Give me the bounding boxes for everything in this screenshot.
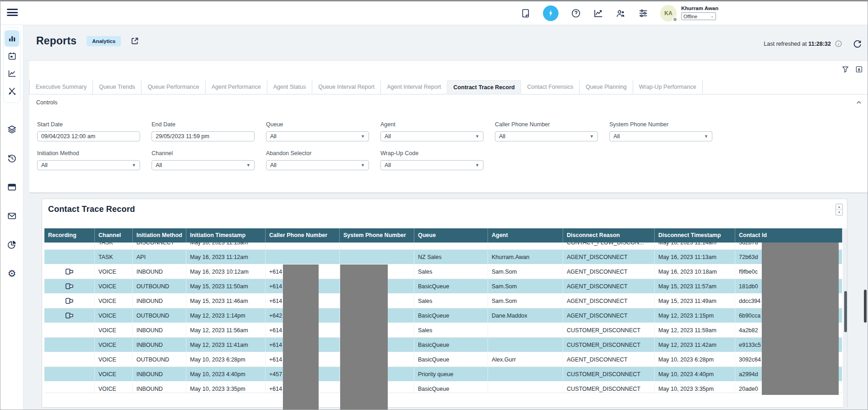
filter-label: Caller Phone Number	[495, 121, 598, 128]
filter-label: Abandon Selector	[266, 150, 369, 156]
column-header-contact-id[interactable]: Contact Id	[735, 228, 842, 243]
sidebar-item-calendar[interactable]	[5, 48, 19, 64]
settings-sliders-icon[interactable]	[638, 8, 648, 18]
table-row[interactable]: TASKAPIMay 16, 2023 11:12amNZ SalesKhurr…	[44, 250, 842, 264]
flash-icon[interactable]	[543, 5, 559, 21]
cell-initiation-method: INBOUND	[133, 382, 186, 393]
cell-disconnect-reason: AGENT_DISCONNECT	[563, 294, 655, 308]
table-row[interactable]: VOICEOUTBOUNDMay 10, 2023 6:28pm+614+612…	[44, 352, 842, 367]
tab-contact-forensics[interactable]: Contact Forensics	[521, 80, 579, 94]
card-title: Contact Trace Record	[48, 205, 135, 214]
dropdown-caller-phone-number[interactable]: All▼	[495, 131, 598, 141]
tab-executive-summary[interactable]: Executive Summary	[29, 80, 92, 94]
tab-agent-status[interactable]: Agent Status	[267, 80, 312, 94]
table-scrollbar[interactable]	[843, 228, 847, 408]
cell-disconnect-reason: CUSTOMER_DISCONNECT	[563, 338, 655, 352]
status-select[interactable]: Offline ⌄	[681, 12, 716, 20]
dropdown-agent[interactable]: All▼	[380, 131, 483, 141]
tab-queue-performance[interactable]: Queue Performance	[141, 80, 205, 94]
column-header-caller-phone-number[interactable]: Caller Phone Number	[266, 228, 340, 243]
bar-chart-icon	[7, 34, 17, 43]
column-header-channel[interactable]: Channel	[95, 228, 133, 243]
table-row[interactable]: VOICEINBOUNDMay 15, 2023 11:46am+614+612…	[44, 294, 842, 308]
main-content: Executive SummaryQueue TrendsQueue Perfo…	[23, 61, 868, 410]
dropdown-initiation-method[interactable]: All▼	[37, 160, 140, 170]
table-row[interactable]: VOICEOUTBOUNDMay 12, 2023 1:14pm+642+612…	[44, 308, 842, 323]
status-dot	[673, 17, 678, 22]
cell-queue: NZ Sales	[414, 250, 488, 264]
tab-wrap-up-performance[interactable]: Wrap-Up Performance	[633, 80, 703, 94]
table-row[interactable]: VOICEINBOUNDMay 12, 2023 11:56am+614+612…	[44, 323, 842, 338]
dropdown-queue[interactable]: All▼	[266, 131, 369, 141]
redaction-box-system-phone	[340, 264, 388, 410]
sidebar-item-reports[interactable]	[5, 30, 19, 47]
users-icon[interactable]	[616, 8, 626, 18]
column-header-queue[interactable]: Queue	[414, 228, 488, 243]
sidebar-item-window[interactable]	[5, 179, 19, 195]
recording-icon[interactable]	[48, 264, 91, 279]
table-row[interactable]: VOICEINBOUNDMay 12, 2023 11:41am+614+612…	[44, 338, 842, 352]
tab-queue-interval-report[interactable]: Queue Interval Report	[312, 80, 380, 94]
dropdown-wrap-up-code[interactable]: All▼	[380, 160, 483, 170]
sidebar-item-settings[interactable]: ⚙	[5, 265, 19, 282]
recording-icon[interactable]	[48, 294, 91, 308]
cell-initiation-method: OUTBOUND	[133, 352, 186, 367]
info-icon[interactable]	[835, 40, 842, 48]
page-scrollbar-thumb[interactable]	[864, 290, 867, 323]
filter-caller-phone-number: Caller Phone NumberAll▼	[495, 121, 598, 141]
notes-icon[interactable]	[521, 8, 531, 18]
sidebar-item-pie-chart[interactable]	[5, 237, 19, 253]
filter-label: End Date	[152, 121, 255, 128]
cell-channel: VOICE	[95, 338, 133, 352]
column-header-disconnect-reason[interactable]: Disconnect Reason	[563, 228, 655, 243]
stepper-down-icon[interactable]: ▼	[836, 210, 842, 215]
dropdown-abandon-selector[interactable]: All▼	[266, 160, 369, 170]
tab-queue-planning[interactable]: Queue Planning	[579, 80, 633, 94]
external-link-icon[interactable]	[130, 36, 140, 46]
chevron-down-icon: ▼	[361, 163, 365, 167]
table-row[interactable]: VOICEINBOUNDMay 10, 2023 4:40pm+457+612P…	[44, 367, 842, 382]
help-icon[interactable]	[571, 8, 581, 18]
tab-agent-performance[interactable]: Agent Performance	[205, 80, 267, 94]
table-row[interactable]: TASKDISCONNECTMay 16, 2023 11:13amCONTAC…	[44, 243, 842, 250]
cell-disconnect-timestamp: May 15, 2023 11:57am	[655, 279, 735, 293]
history-icon	[7, 153, 17, 163]
column-header-recording[interactable]: Recording	[44, 228, 95, 243]
refresh-icon[interactable]	[852, 39, 862, 49]
recording-icon[interactable]	[48, 308, 91, 323]
avatar[interactable]: KA	[660, 5, 677, 22]
filter-channel: ChannelAll▼	[152, 150, 255, 170]
sidebar-item-design[interactable]	[5, 82, 19, 99]
dropdown-system-phone-number[interactable]: All▼	[609, 131, 712, 141]
column-header-initiation-method[interactable]: Initiation Method	[133, 228, 186, 243]
column-header-system-phone-number[interactable]: System Phone Number	[340, 228, 414, 243]
table-row[interactable]: VOICEINBOUNDMay 16, 2023 10:12am+614+612…	[44, 264, 842, 279]
filter-icon[interactable]	[841, 65, 849, 73]
sidebar-item-mail[interactable]	[5, 208, 19, 224]
cell-agent: Dane.Maddox	[488, 308, 563, 323]
date-input-end-date[interactable]: 29/05/2023 11:59 pm	[152, 131, 255, 141]
tab-queue-trends[interactable]: Queue Trends	[92, 80, 141, 94]
cell-agent	[488, 338, 563, 352]
sidebar-item-layers[interactable]	[5, 121, 19, 138]
date-input-start-date[interactable]: 09/04/2023 12:00 am	[37, 131, 140, 141]
dropdown-channel[interactable]: All▼	[152, 160, 255, 170]
menu-icon[interactable]	[7, 9, 18, 17]
metrics-icon[interactable]	[593, 8, 603, 18]
download-icon[interactable]	[855, 65, 863, 73]
column-header-disconnect-timestamp[interactable]: Disconnect Timestamp	[655, 228, 735, 243]
table-row[interactable]: VOICEOUTBOUNDMay 15, 2023 11:50am+614+61…	[44, 279, 842, 294]
table-scroll-stepper[interactable]: ▲ ▼	[835, 204, 843, 216]
stepper-up-icon[interactable]: ▲	[836, 204, 842, 210]
cell-recording	[44, 294, 95, 308]
recording-icon[interactable]	[48, 279, 91, 293]
table-row[interactable]: VOICEINBOUNDMay 10, 2023 3:35pm+614+612B…	[44, 382, 842, 393]
tab-agent-interval-report[interactable]: Agent Interval Report	[380, 80, 447, 94]
table-scrollbar-thumb[interactable]	[844, 291, 847, 332]
sidebar-item-line-chart[interactable]	[5, 65, 19, 81]
column-header-initiation-timestamp[interactable]: Initiation Timestamp	[186, 228, 266, 243]
collapse-chevron-icon[interactable]	[856, 99, 862, 106]
sidebar-item-history[interactable]	[5, 150, 19, 167]
tab-contract-trace-record[interactable]: Contract Trace Record	[447, 80, 521, 94]
column-header-agent[interactable]: Agent	[488, 228, 563, 243]
